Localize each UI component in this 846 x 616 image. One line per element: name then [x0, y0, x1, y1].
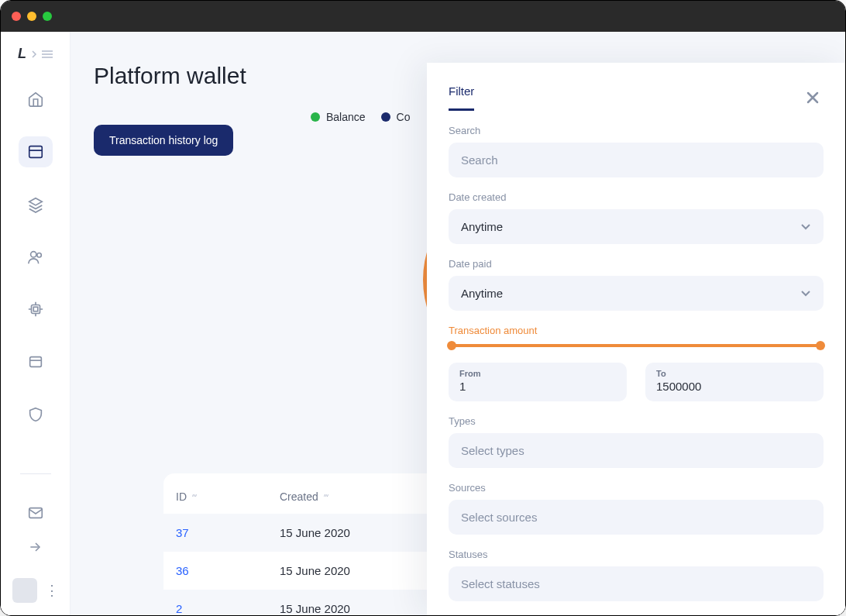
amount-slider[interactable]: [449, 344, 824, 347]
date-paid-select[interactable]: Anytime: [449, 276, 824, 311]
svg-point-2: [36, 253, 41, 257]
traffic-zoom-icon[interactable]: [43, 12, 52, 21]
sidebar-divider: [20, 473, 51, 474]
dot-navy-icon: [381, 112, 390, 122]
traffic-close-icon[interactable]: [12, 12, 21, 21]
sidebar-item-users[interactable]: [19, 242, 53, 273]
svg-rect-4: [33, 308, 38, 312]
amount-from-box[interactable]: From: [449, 363, 627, 401]
logo-icon: L: [18, 46, 26, 62]
legend-label: Co: [397, 111, 411, 123]
svg-rect-3: [31, 305, 40, 314]
date-created-value: Anytime: [449, 209, 824, 244]
filter-panel: Filter Search Date created Anytime: [427, 63, 845, 615]
col-id[interactable]: ID˄˅: [163, 480, 267, 514]
amount-to-box[interactable]: To: [645, 363, 824, 401]
sources-label: Sources: [449, 482, 824, 494]
cell-id[interactable]: 2: [163, 590, 267, 615]
sort-icon: ˄˅: [323, 494, 328, 502]
date-paid-value: Anytime: [449, 276, 824, 311]
legend-commission: Co: [381, 111, 411, 123]
sidebar-logo[interactable]: L: [18, 46, 53, 62]
avatar[interactable]: [12, 578, 37, 603]
sidebar-item-wallet[interactable]: [19, 136, 53, 167]
sort-icon: ˄˅: [191, 494, 196, 502]
date-paid-label: Date paid: [449, 258, 824, 270]
titlebar: [1, 1, 845, 32]
types-label: Types: [449, 415, 824, 427]
search-input[interactable]: [449, 143, 824, 177]
legend-balance: Balance: [311, 111, 366, 123]
more-icon[interactable]: ⋮: [45, 583, 59, 597]
sidebar-item-send[interactable]: [19, 530, 53, 564]
statuses-select[interactable]: Select statuses: [449, 566, 824, 601]
slider-handle-from[interactable]: [447, 341, 456, 350]
sources-select[interactable]: Select sources: [449, 500, 824, 535]
statuses-label: Statuses: [449, 549, 824, 560]
tab-label: Transaction history log: [109, 134, 218, 146]
sidebar-item-mail[interactable]: [19, 496, 53, 530]
sidebar: L: [1, 32, 70, 615]
sidebar-item-archive[interactable]: [19, 346, 53, 377]
svg-rect-5: [29, 357, 41, 367]
traffic-minimize-icon[interactable]: [27, 12, 36, 21]
slider-handle-to[interactable]: [816, 341, 825, 350]
amount-label: Transaction amount: [449, 325, 824, 336]
legend-label: Balance: [326, 111, 366, 123]
sidebar-item-home[interactable]: [19, 84, 53, 115]
chevron-right-icon: [31, 50, 37, 58]
filter-tab[interactable]: Filter: [449, 84, 474, 111]
tab-history[interactable]: Transaction history log: [94, 125, 233, 156]
amount-to-input[interactable]: [656, 380, 813, 393]
to-label: To: [656, 369, 813, 378]
sidebar-item-processor[interactable]: [19, 294, 53, 325]
date-created-select[interactable]: Anytime: [449, 209, 824, 244]
menu-icon: [42, 50, 53, 58]
amount-from-input[interactable]: [459, 380, 616, 393]
sidebar-item-shield[interactable]: [19, 399, 53, 430]
dot-green-icon: [311, 112, 320, 122]
sidebar-item-layers[interactable]: [19, 189, 53, 220]
svg-rect-0: [29, 146, 42, 157]
svg-point-1: [30, 251, 36, 256]
close-icon[interactable]: [802, 87, 824, 108]
app-window: L: [0, 0, 846, 616]
date-created-label: Date created: [449, 191, 824, 203]
types-select[interactable]: Select types: [449, 433, 824, 468]
search-label: Search: [449, 125, 824, 136]
from-label: From: [459, 369, 616, 378]
cell-id[interactable]: 36: [163, 552, 267, 590]
cell-id[interactable]: 37: [163, 514, 267, 552]
